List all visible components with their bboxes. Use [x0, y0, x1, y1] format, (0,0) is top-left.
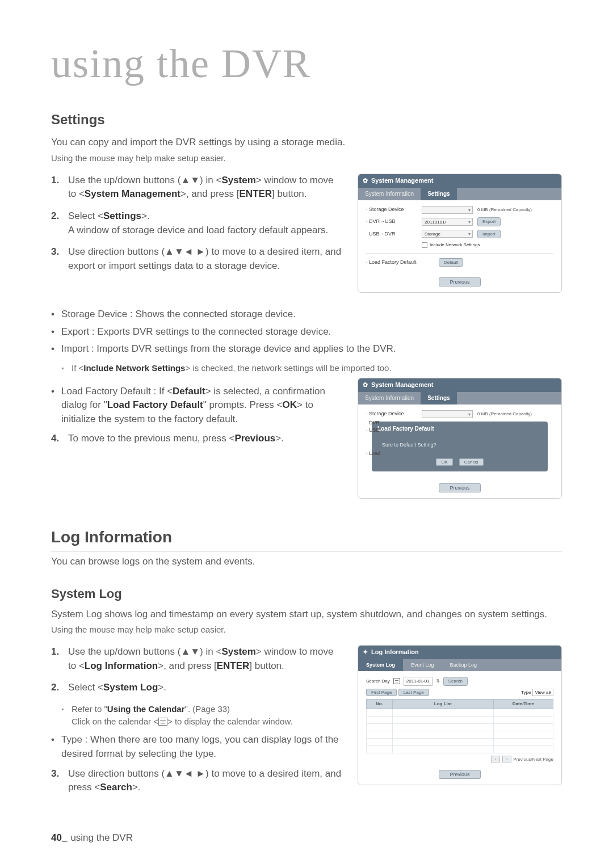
table-row — [367, 709, 553, 716]
calendar-ref-note: Refer to "Using the Calendar". (Page 33)… — [51, 703, 344, 728]
step-number: 3. — [51, 245, 62, 273]
table-row — [367, 731, 553, 738]
include-network-checkbox[interactable] — [422, 242, 427, 248]
cancel-button[interactable]: Cancel — [459, 458, 484, 466]
include-network-label: Include Network Settings — [430, 242, 480, 248]
last-page-button[interactable]: Last Page — [398, 689, 429, 696]
calendar-icon — [158, 718, 167, 726]
log-table: No. Log List Date/Time — [366, 699, 553, 753]
chapter-title: using the DVR — [51, 34, 562, 93]
bullet-storage-device: Storage Device : Shows the connected sto… — [51, 307, 562, 322]
step-1: Use the up/down buttons (▲▼) in <System>… — [68, 174, 344, 201]
pager-label: Previous/Next Page — [513, 757, 553, 762]
step-number: 1. — [51, 645, 62, 673]
table-row — [367, 745, 553, 753]
load-factory-default-label: · Load Factory Default — [366, 259, 434, 266]
include-network-note: If <Include Network Settings> is checked… — [51, 362, 562, 374]
search-day-label: Search Day — [366, 678, 390, 685]
previous-button[interactable]: Previous — [439, 483, 480, 492]
gear-icon: ✿ — [363, 381, 368, 390]
table-row — [367, 716, 553, 723]
page-footer: 40_using the DVR — [51, 831, 562, 845]
import-button[interactable]: Import — [477, 230, 501, 239]
date-field[interactable]: 2011-01-01 — [404, 677, 433, 686]
col-log-list: Log List — [393, 700, 494, 709]
step-number: 2. — [51, 209, 62, 237]
settings-heading: Settings — [51, 110, 562, 130]
step-number: 4. — [51, 432, 62, 446]
tab-backup-log[interactable]: Backup Log — [442, 659, 485, 671]
type-dropdown[interactable]: View all — [532, 689, 553, 696]
default-button[interactable]: Default — [439, 258, 463, 267]
storage-device-label: · Storage Device — [366, 206, 417, 213]
syslog-step-3: Use direction buttons (▲▼◄ ►) to move to… — [68, 767, 344, 795]
dialog-text: Sure to Default Setting? — [377, 441, 542, 449]
settings-intro: You can copy and import the DVR settings… — [51, 136, 562, 150]
table-row — [367, 738, 553, 745]
tab-event-log[interactable]: Event Log — [403, 659, 442, 671]
date-spinner-icon[interactable]: ⇅ — [436, 678, 440, 685]
step-number: 2. — [51, 681, 62, 695]
tab-system-information[interactable]: System Information — [358, 392, 421, 405]
step-2: Select <Settings>. A window of storage d… — [68, 209, 344, 237]
previous-button[interactable]: Previous — [439, 277, 480, 286]
usb-dvr-dropdown[interactable]: Storage — [422, 230, 473, 238]
export-button[interactable]: Export — [477, 217, 501, 226]
tab-settings[interactable]: Settings — [421, 188, 456, 201]
screenshot-log-information: ✦Log Information System Log Event Log Ba… — [358, 645, 562, 785]
dvr-usb-dropdown[interactable]: 20110101/ — [422, 218, 473, 226]
previous-button[interactable]: Previous — [439, 770, 480, 779]
col-no: No. — [367, 700, 393, 709]
step-4: To move to the previous menu, press <Pre… — [68, 432, 344, 446]
search-button[interactable]: Search — [443, 677, 468, 686]
log-icon: ✦ — [363, 648, 368, 657]
col-date-time: Date/Time — [493, 700, 553, 709]
first-page-button[interactable]: First Page — [366, 689, 397, 696]
bullet-load-factory-default: Load Factory Default : If <Default> is s… — [51, 385, 344, 427]
page-number: 40_ — [51, 832, 67, 843]
gear-icon: ✿ — [363, 176, 368, 186]
bullet-type: Type : When there are too many logs, you… — [51, 733, 344, 761]
dvr-usb-label: · DVR→USB — [366, 218, 417, 225]
tab-settings[interactable]: Settings — [421, 392, 456, 405]
confirm-dialog: Load Factory Default Sure to Default Set… — [372, 422, 548, 471]
tab-system-information[interactable]: System Information — [358, 188, 421, 201]
system-log-heading: System Log — [51, 585, 562, 603]
bullet-export: Export : Exports DVR settings to the con… — [51, 325, 562, 339]
bullet-import: Import : Imports DVR settings from the s… — [51, 342, 562, 356]
log-information-heading: Log Information — [51, 526, 562, 552]
screenshot-load-factory-default-dialog: ✿System Management System Information Se… — [358, 378, 562, 499]
ok-button[interactable]: OK — [436, 458, 453, 466]
next-page-button[interactable]: › — [502, 756, 511, 762]
syslog-step-1: Use the up/down buttons (▲▼) in <System>… — [68, 645, 344, 673]
log-information-intro: You can browse logs on the system and ev… — [51, 555, 562, 569]
usb-dvr-label: · USB→DVR — [366, 230, 417, 238]
system-log-mouse-note: Using the mouse may help make setup easi… — [51, 623, 562, 636]
step-number: 1. — [51, 174, 62, 201]
step-3: Use direction buttons (▲▼◄ ►) to move to… — [68, 245, 344, 273]
settings-mouse-note: Using the mouse may help make setup easi… — [51, 152, 562, 165]
step-number: 3. — [51, 767, 62, 795]
dialog-title: Load Factory Default — [377, 425, 542, 433]
remained-capacity: 0 MB (Remained Capacity) — [477, 207, 532, 213]
storage-device-dropdown[interactable] — [422, 206, 473, 214]
tab-system-log[interactable]: System Log — [358, 659, 403, 671]
prev-page-button[interactable]: ‹ — [491, 756, 500, 762]
screenshot-system-management-settings: ✿System Management System Information Se… — [358, 174, 562, 293]
system-log-intro: System Log shows log and timestamp on ev… — [51, 608, 562, 622]
table-row — [367, 723, 553, 731]
syslog-step-2: Select <System Log>. — [68, 681, 344, 695]
type-label: Type — [521, 690, 531, 695]
calendar-icon[interactable] — [393, 678, 400, 684]
